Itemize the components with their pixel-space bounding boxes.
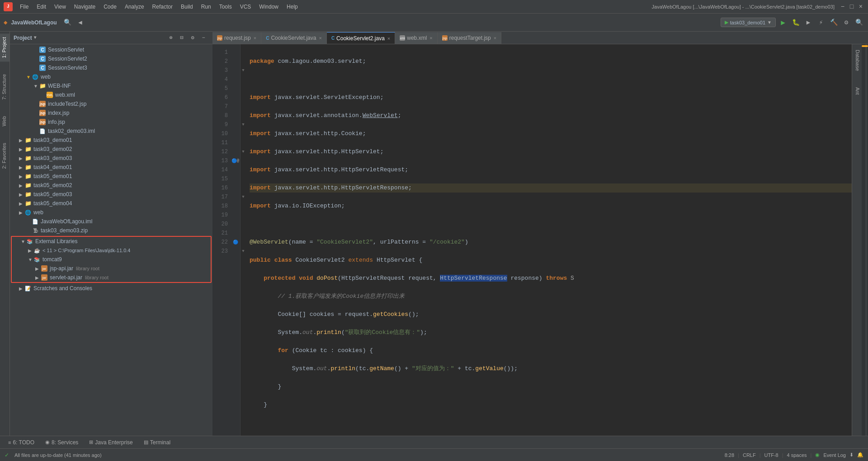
tree-item-jdk11[interactable]: ▶ ☕ < 11 > C:\Program Files\Java\jdk-11.… xyxy=(12,246,211,255)
run-with-coverage-btn[interactable]: ▶ xyxy=(803,17,814,28)
tree-item-servlet-api-jar[interactable]: ▶ jar servlet-api.jar library root xyxy=(12,273,211,282)
code-editor-content[interactable]: package com.lagou.demo03.servlet; import… xyxy=(246,44,852,436)
gear-icon[interactable]: ⚙ xyxy=(187,33,198,43)
menu-analyze[interactable]: Analyze xyxy=(121,2,148,12)
locate-btn[interactable]: ⊕ xyxy=(165,33,176,43)
tab-java-enterprise[interactable]: ⊞ Java Enterprise xyxy=(85,437,137,447)
menu-build[interactable]: Build xyxy=(177,2,197,12)
tree-item-sessionservlet[interactable]: C SessionServlet xyxy=(10,45,212,54)
settings-btn[interactable]: ⚙ xyxy=(841,17,852,28)
tree-item-task03demo01[interactable]: ▶ 📁 task03_demo01 xyxy=(10,136,212,145)
tree-item-info[interactable]: jsp info.jsp xyxy=(10,118,212,127)
tree-item-index[interactable]: jsp index.jsp xyxy=(10,108,212,118)
tree-item-task03demo03[interactable]: ▶ 📁 task03_demo03 xyxy=(10,154,212,163)
menu-view[interactable]: View xyxy=(51,2,70,12)
tree-item-task02-iml[interactable]: 📄 task02_demo03.iml xyxy=(10,127,212,136)
external-libraries-section: ▼ 📚 External Libraries ▶ ☕ < 11 > C:\Pro… xyxy=(11,236,212,283)
debug-button[interactable]: 🐛 xyxy=(790,17,801,28)
menu-edit[interactable]: Edit xyxy=(33,2,50,12)
tree-item-sessionservlet2[interactable]: C SessionServlet2 xyxy=(10,54,212,63)
tree-item-task05demo03[interactable]: ▶ 📁 task05_demo03 xyxy=(10,190,212,199)
sidebar-item-database[interactable]: Database xyxy=(852,46,862,75)
sidebar-item-project[interactable]: 1: Project xyxy=(0,33,9,61)
minimize-button[interactable]: − xyxy=(839,3,846,10)
tab-label-webxml: web.xml xyxy=(407,35,427,41)
close-panel-btn[interactable]: − xyxy=(198,33,209,43)
sidebar-item-ant[interactable]: Ant xyxy=(852,84,862,99)
tab-close-btn[interactable]: × xyxy=(494,35,496,41)
menu-file[interactable]: File xyxy=(16,2,32,12)
code-line-4: import javax.servlet.annotation.WebServl… xyxy=(250,111,852,120)
cursor-position[interactable]: 8:28 xyxy=(725,452,734,458)
menu-run[interactable]: Run xyxy=(198,2,215,12)
tree-item-sessionservlet3[interactable]: C SessionServlet3 xyxy=(10,63,212,72)
tab-services[interactable]: ◉ 8: Services xyxy=(41,437,83,447)
tab-close-active-btn[interactable]: × xyxy=(387,36,390,41)
close-button[interactable]: × xyxy=(857,3,864,10)
terminal-icon: ▤ xyxy=(144,439,148,445)
tree-item-task05demo02[interactable]: ▶ 📁 task05_demo02 xyxy=(10,181,212,190)
status-sep2: | xyxy=(760,452,761,458)
back-btn[interactable]: ◀ xyxy=(75,17,86,28)
sidebar-item-favorites[interactable]: 2: Favorites xyxy=(0,139,9,172)
tab-icon-jsp2: jsp xyxy=(442,35,448,41)
tree-item-task03demo03-zip[interactable]: 🗜 task03_demo03.zip xyxy=(10,226,212,235)
tab-label-request: request.jsp xyxy=(224,35,251,41)
code-line-7: import javax.servlet.http.HttpServletReq… xyxy=(250,165,852,174)
tab-close-btn[interactable]: × xyxy=(319,35,321,41)
line-separator[interactable]: CRLF xyxy=(743,452,756,458)
sidebar-item-structure[interactable]: 7: Structure xyxy=(0,71,9,103)
tab-request-jsp[interactable]: jsp request.jsp × xyxy=(212,32,261,44)
tree-item-webinf[interactable]: ▼ 📁 WEB-INF xyxy=(10,81,212,90)
menu-tools[interactable]: Tools xyxy=(216,2,236,12)
tab-cookieservlet2[interactable]: C CookieServlet2.java × xyxy=(327,32,395,44)
tree-item-external-libraries[interactable]: ▼ 📚 External Libraries xyxy=(12,237,211,246)
tree-item-task05demo01[interactable]: ▶ 📁 task05_demo01 xyxy=(10,172,212,181)
collapse-btn[interactable]: ⊟ xyxy=(176,33,187,43)
tree-item-javaweboflagou-iml[interactable]: 📄 JavaWebOfLagou.iml xyxy=(10,217,212,226)
tab-requesttarget[interactable]: jsp requestTarget.jsp × xyxy=(438,32,502,44)
tab-todo[interactable]: ≡ 6: TODO xyxy=(4,437,39,447)
tree-item-web2[interactable]: ▶ 🌐 web xyxy=(10,208,212,217)
event-log[interactable]: Event Log xyxy=(823,452,846,458)
tab-terminal[interactable]: ▤ Terminal xyxy=(139,437,175,447)
tree-item-scratches[interactable]: ▶ 📝 Scratches and Consoles xyxy=(10,284,212,293)
indent-setting[interactable]: 4 spaces xyxy=(787,452,807,458)
menu-help[interactable]: Help xyxy=(283,2,302,12)
menu-refactor[interactable]: Refactor xyxy=(149,2,176,12)
tab-icon-xml: xml xyxy=(400,35,405,41)
search-everywhere-btn[interactable]: 🔍 xyxy=(62,17,73,28)
editor-scrollbar[interactable] xyxy=(862,44,868,436)
menu-code[interactable]: Code xyxy=(100,2,120,12)
todo-icon: ≡ xyxy=(8,440,11,445)
code-line-13: protected void doPost(HttpServletRequest… xyxy=(250,274,852,283)
menu-window[interactable]: Window xyxy=(255,2,282,12)
tab-icon-java: C xyxy=(266,36,269,41)
tree-item-jsp-api-jar[interactable]: ▶ jar jsp-api.jar library root xyxy=(12,264,211,273)
build-btn[interactable]: 🔨 xyxy=(828,17,839,28)
tab-close-btn[interactable]: × xyxy=(429,35,432,41)
maximize-button[interactable]: □ xyxy=(848,3,855,10)
encoding[interactable]: UTF-8 xyxy=(764,452,778,458)
tree-item-web[interactable]: ▼ 🌐 web xyxy=(10,72,212,81)
code-line-19: } xyxy=(250,382,852,391)
tab-close-btn[interactable]: × xyxy=(254,35,256,41)
window-controls: − □ × xyxy=(839,3,864,10)
sidebar-item-web[interactable]: Web xyxy=(0,113,9,130)
tree-item-includetest2[interactable]: jsp includeTest2.jsp xyxy=(10,99,212,108)
tab-webxml[interactable]: xml web.xml × xyxy=(395,32,437,44)
tab-cookieservlet[interactable]: C CookieServlet.java × xyxy=(261,32,327,44)
menu-vcs[interactable]: VCS xyxy=(236,2,255,12)
search-btn[interactable]: 🔍 xyxy=(854,17,864,28)
run-button[interactable]: ▶ xyxy=(778,17,788,28)
run-configuration[interactable]: ▶ task03_demo01 ▼ xyxy=(721,18,776,27)
menu-navigate[interactable]: Navigate xyxy=(71,2,99,12)
tree-item-task04demo01[interactable]: ▶ 📁 task04_demo01 xyxy=(10,163,212,172)
tree-item-task05demo04[interactable]: ▶ 📁 task05_demo04 xyxy=(10,199,212,208)
tab-label-requesttarget: requestTarget.jsp xyxy=(449,35,491,41)
tree-item-tomcat9[interactable]: ▼ 📚 tomcat9 xyxy=(12,255,211,264)
profile-btn[interactable]: ⚡ xyxy=(816,17,826,28)
code-line-17: for (Cookie tc : cookies) { xyxy=(250,346,852,355)
tree-item-webxml[interactable]: XML web.xml xyxy=(10,90,212,99)
tree-item-task03demo02[interactable]: ▶ 📁 task03_demo02 xyxy=(10,145,212,154)
